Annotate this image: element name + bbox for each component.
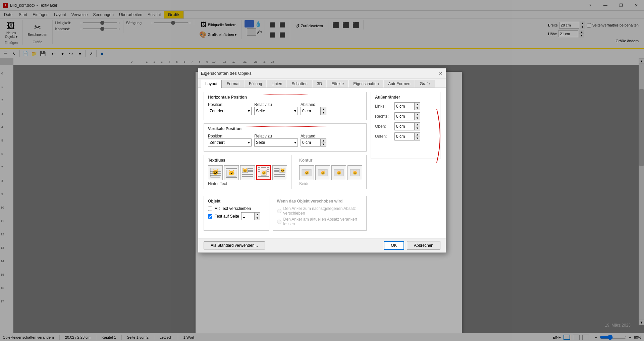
kt-icon-1: 🐱 bbox=[299, 165, 314, 180]
tf-icon-inline[interactable]: 🐱 bbox=[224, 165, 239, 180]
v-relative-select[interactable]: Seite ▾ bbox=[254, 138, 298, 147]
top-input[interactable] bbox=[394, 122, 415, 130]
bottom-input[interactable] bbox=[394, 132, 415, 140]
dialog-titlebar: Eigenschaften des Objeks ✕ bbox=[198, 68, 446, 78]
svg-text:🐱: 🐱 bbox=[212, 169, 219, 175]
textflow-icons: 🐱 bbox=[208, 165, 287, 180]
v-distance-input[interactable] bbox=[301, 138, 321, 147]
tab-autoformen[interactable]: AutoFormen bbox=[384, 80, 415, 88]
wenn-section: Wenn das Objekt verschoben wird Den Anke… bbox=[273, 196, 367, 231]
svg-rect-20 bbox=[267, 167, 269, 168]
right-up[interactable]: ▲ bbox=[415, 113, 420, 116]
dialog-columns: Horizontale Position Position: Zentriert… bbox=[204, 92, 440, 234]
dialog-close-btn[interactable]: ✕ bbox=[437, 70, 444, 77]
svg-text:🐱: 🐱 bbox=[336, 170, 341, 175]
top-down[interactable]: ▼ bbox=[415, 126, 420, 130]
svg-rect-30 bbox=[274, 171, 279, 172]
textfluss-section: Textfluss 🐱 bbox=[204, 155, 291, 189]
tf-icon-wrap-around[interactable]: 🐱 bbox=[256, 165, 271, 180]
bottom-up[interactable]: ▲ bbox=[415, 133, 420, 136]
hinter-text-label: Hinter Text bbox=[208, 181, 287, 186]
v-relative-label: Relativ zu bbox=[254, 134, 298, 138]
fest-seite-input[interactable] bbox=[241, 212, 255, 220]
anker2-label: Den Anker am aktuellen Absatz verankert … bbox=[283, 217, 362, 226]
mit-text-checkbox[interactable] bbox=[208, 207, 212, 211]
h-distance-up[interactable]: ▲ bbox=[321, 107, 326, 111]
v-position-select[interactable]: Zentriert ▾ bbox=[208, 138, 252, 147]
svg-rect-29 bbox=[274, 170, 279, 171]
default-button[interactable]: Als Standard verwenden... bbox=[204, 241, 265, 249]
tab-linien[interactable]: Linien bbox=[267, 80, 286, 88]
tab-schatten[interactable]: Schatten bbox=[287, 80, 312, 88]
kt-icon-3: 🐱 bbox=[331, 165, 346, 180]
left-up[interactable]: ▲ bbox=[415, 103, 420, 106]
h-distance-label: Abstand: bbox=[301, 102, 326, 107]
tab-eigenschaften[interactable]: Eigenschaften bbox=[349, 80, 383, 88]
tab-3d[interactable]: 3D bbox=[313, 80, 326, 88]
fest-seite-down[interactable]: ▼ bbox=[255, 216, 260, 220]
right-down[interactable]: ▼ bbox=[415, 116, 420, 120]
svg-rect-32 bbox=[274, 176, 285, 177]
textfluss-label: Textfluss bbox=[208, 158, 287, 163]
tab-grafik[interactable]: Grafik bbox=[415, 80, 435, 88]
tf-icon-behind[interactable]: 🐱 bbox=[208, 165, 223, 180]
cancel-button[interactable]: Abbrechen bbox=[407, 241, 440, 250]
horizontal-position-section: Horizontale Position Position: Zentriert… bbox=[204, 92, 367, 120]
dialog-right-col: Außenränder Links: ▲ ▼ bbox=[371, 92, 440, 234]
anker2-radio bbox=[277, 220, 281, 224]
aussenraender-label: Außenränder bbox=[375, 95, 436, 100]
dialog-tabs: Layout Format Füllung Linien Schatten 3D… bbox=[198, 78, 446, 88]
svg-text:🐱: 🐱 bbox=[261, 170, 266, 175]
svg-text:🐱: 🐱 bbox=[320, 170, 325, 175]
left-input[interactable] bbox=[394, 102, 415, 110]
tab-format[interactable]: Format bbox=[222, 80, 244, 88]
svg-rect-28 bbox=[274, 168, 279, 169]
fest-seite-up[interactable]: ▲ bbox=[255, 213, 260, 216]
top-label: Oben: bbox=[375, 124, 392, 129]
bottom-down[interactable]: ▼ bbox=[415, 136, 420, 140]
ok-button[interactable]: OK bbox=[384, 241, 404, 250]
wenn-label: Wenn das Objekt verschoben wird bbox=[277, 199, 362, 204]
v-distance-down[interactable]: ▼ bbox=[321, 143, 326, 146]
properties-dialog: Eigenschaften des Objeks ✕ Layout Format… bbox=[198, 68, 446, 253]
vertical-position-section: Vertikale Position Position: Zentriert ▾ bbox=[204, 123, 367, 152]
right-input[interactable] bbox=[394, 112, 415, 120]
svg-text:🐱: 🐱 bbox=[228, 170, 235, 176]
tab-fuellung[interactable]: Füllung bbox=[245, 80, 266, 88]
v-section-label: Vertikale Position bbox=[208, 126, 362, 131]
v-distance-up[interactable]: ▲ bbox=[321, 139, 326, 143]
h-position-label: Position: bbox=[208, 102, 252, 107]
svg-text:🐱: 🐱 bbox=[353, 170, 358, 175]
svg-rect-24 bbox=[267, 171, 269, 172]
svg-rect-14 bbox=[242, 174, 253, 175]
v-position-label: Position: bbox=[208, 134, 252, 138]
kt-icon-4: 🐱 bbox=[347, 165, 362, 180]
left-down[interactable]: ▼ bbox=[415, 106, 420, 110]
h-distance-input[interactable] bbox=[301, 107, 321, 115]
mit-text-label: Mit Text verschieben bbox=[214, 206, 251, 211]
tf-icon-wrap-right[interactable]: 🐱 bbox=[272, 165, 287, 180]
svg-rect-31 bbox=[274, 174, 285, 175]
kontur-section: Kontur 🐱 bbox=[295, 155, 367, 189]
top-up[interactable]: ▲ bbox=[415, 123, 420, 126]
svg-rect-5 bbox=[226, 168, 237, 169]
tab-layout[interactable]: Layout bbox=[201, 80, 222, 88]
dialog-content: Horizontale Position Position: Zentriert… bbox=[198, 88, 446, 238]
beide-label: Beide bbox=[299, 181, 362, 186]
tf-icon-wrap-left[interactable]: 🐱 bbox=[240, 165, 255, 180]
h-distance-down[interactable]: ▼ bbox=[321, 111, 326, 115]
h-relative-select[interactable]: Seite ▾ bbox=[254, 107, 298, 115]
svg-rect-11 bbox=[248, 168, 253, 169]
fest-seite-checkbox[interactable] bbox=[208, 214, 212, 219]
tab-effekte[interactable]: Effekte bbox=[327, 80, 348, 88]
svg-rect-25 bbox=[258, 176, 269, 177]
dialog-title: Eigenschaften des Objeks bbox=[201, 71, 252, 76]
svg-rect-8 bbox=[226, 177, 237, 178]
objekt-section: Objekt Mit Text verschieben Fest auf Sei… bbox=[204, 196, 269, 231]
fest-seite-label: Fest auf Seite bbox=[214, 214, 239, 219]
h-position-select[interactable]: Zentriert ▾ bbox=[208, 107, 252, 115]
dialog-left-col: Horizontale Position Position: Zentriert… bbox=[204, 92, 367, 234]
svg-text:🐱: 🐱 bbox=[243, 168, 248, 173]
svg-rect-13 bbox=[248, 171, 253, 172]
kt-icon-2: 🐱 bbox=[315, 165, 330, 180]
